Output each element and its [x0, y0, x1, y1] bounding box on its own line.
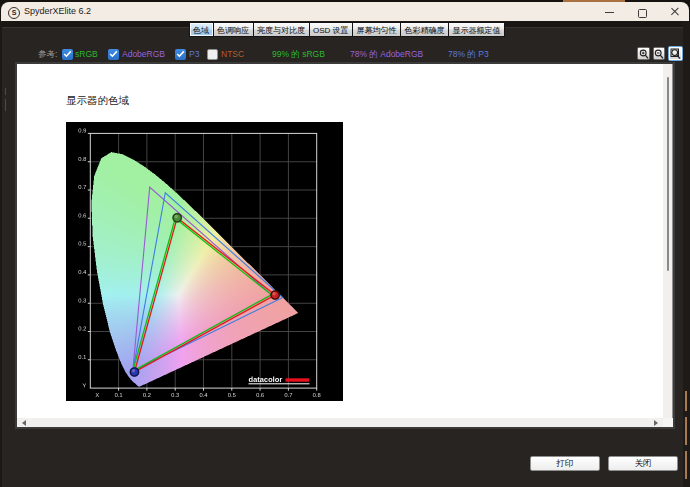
checkbox-p3[interactable]	[175, 49, 186, 60]
check-icon	[63, 50, 72, 58]
window-title: SpyderXElite 6.2	[24, 2, 91, 21]
app-logo-icon: S	[8, 7, 20, 19]
checkbox-srgb[interactable]	[62, 49, 73, 60]
minimize-button[interactable]	[599, 2, 621, 21]
report-viewport: 显示器的色域	[15, 62, 675, 429]
zoom-in-button[interactable]	[637, 47, 650, 61]
app-window: S SpyderXElite 6.2 色域色调响应亮度与对比度OSD 设置屏幕均…	[0, 0, 690, 487]
check-icon	[176, 50, 185, 58]
tab-3[interactable]: OSD 设置	[310, 22, 354, 38]
checkbox-adobergb[interactable]	[108, 49, 119, 60]
zoom-fit-button[interactable]	[668, 46, 683, 61]
vertical-scrollbar[interactable]	[663, 64, 673, 418]
zoom-fit-icon	[670, 48, 681, 62]
scroll-left-arrow-icon[interactable]	[22, 420, 26, 426]
checkbox-ntsc[interactable]	[207, 49, 218, 60]
tab-6[interactable]: 显示器额定值	[449, 22, 505, 38]
tab-4[interactable]: 屏幕均匀性	[353, 22, 401, 38]
zoom-out-button[interactable]	[653, 47, 666, 61]
tab-2[interactable]: 亮度与对比度	[254, 22, 310, 38]
reference-label: 参考:	[38, 46, 57, 62]
gamut-chart	[66, 122, 343, 401]
checkbox-label-srgb[interactable]: sRGB	[75, 46, 98, 62]
scrollbar-corner	[663, 418, 673, 427]
coverage-result-0: 99% 的 sRGB	[272, 46, 325, 62]
maximize-button[interactable]	[631, 2, 653, 21]
gamut-chart-canvas	[66, 122, 343, 401]
print-button[interactable]: 打印	[530, 456, 600, 472]
scroll-right-arrow-icon[interactable]	[654, 420, 658, 426]
tab-1[interactable]: 色调响应	[214, 22, 254, 38]
close-dialog-button[interactable]: 关闭	[608, 456, 678, 472]
horizontal-scrollbar[interactable]	[17, 418, 663, 427]
window-right-edge	[683, 21, 690, 487]
tab-bar: 色域色调响应亮度与对比度OSD 设置屏幕均匀性色彩精确度显示器额定值	[189, 22, 506, 38]
vertical-scrollbar-thumb[interactable]	[667, 77, 669, 271]
checkbox-label-ntsc[interactable]: NTSC	[221, 46, 244, 62]
report-page: 显示器的色域	[17, 64, 663, 418]
app-body: 色域色调响应亮度与对比度OSD 设置屏幕均匀性色彩精确度显示器额定值 参考: s…	[0, 21, 690, 487]
chart-heading: 显示器的色域	[66, 94, 129, 108]
close-button[interactable]	[663, 2, 685, 21]
reference-toolbar: 参考: sRGBAdobeRGBP3NTSC99% 的 sRGB78% 的 Ad…	[0, 46, 690, 62]
check-icon	[109, 50, 118, 58]
zoom-out-icon	[654, 49, 664, 62]
tab-5[interactable]: 色彩精确度	[401, 22, 449, 38]
coverage-result-1: 78% 的 AdobeRGB	[350, 46, 423, 62]
minimize-icon	[605, 12, 614, 13]
tab-gamut[interactable]: 色域	[189, 22, 214, 38]
checkbox-label-adobergb[interactable]: AdobeRGB	[122, 46, 165, 62]
maximize-icon	[638, 9, 647, 18]
coverage-result-2: 78% 的 P3	[448, 46, 489, 62]
checkbox-label-p3[interactable]: P3	[189, 46, 199, 62]
zoom-in-icon	[639, 49, 649, 62]
title-bar: S SpyderXElite 6.2	[1, 2, 689, 21]
